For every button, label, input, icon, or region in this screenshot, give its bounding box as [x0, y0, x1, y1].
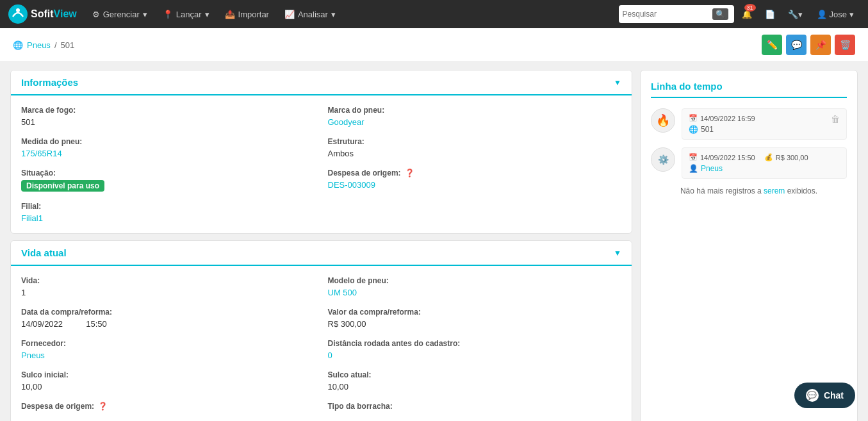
timeline-serem-link[interactable]: serem [764, 186, 785, 195]
timeline-ref-1: 🌐 501 [689, 125, 755, 134]
svg-point-1 [16, 8, 20, 12]
nav-analisar[interactable]: 📈 Analisar ▾ [278, 0, 342, 28]
field-vida: Vida: 1 [21, 276, 315, 297]
field-data-compra-label: Data da compra/reforma: [21, 308, 315, 317]
field-fornecedor-value[interactable]: Pneus [21, 351, 315, 360]
vida-atual-title: Vida atual [21, 247, 67, 258]
informacoes-header: Informações ▼ [11, 70, 632, 95]
nav-importar[interactable]: 📤 Importar [218, 0, 275, 28]
nav-gerenciar[interactable]: ⚙ Gerenciar ▾ [86, 0, 154, 28]
field-vida-label: Vida: [21, 276, 315, 285]
field-medida-pneu-value[interactable]: 175/65R14 [21, 149, 315, 158]
informacoes-card: Informações ▼ Marca de fogo: 501 Marca d… [10, 70, 632, 234]
field-data-compra-value: 14/09/2022 15:50 [21, 319, 315, 329]
timeline-value-2: R$ 300,00 [776, 154, 808, 161]
field-marca-pneu-value[interactable]: Goodyear [328, 117, 622, 127]
upload-icon: 📤 [225, 10, 235, 19]
user-label: Jose [830, 10, 847, 19]
brand-view-text: View [54, 8, 77, 20]
field-modelo-pneu-value[interactable]: UM 500 [328, 288, 622, 297]
navbar: Sofit View ⚙ Gerenciar ▾ 📍 Lançar ▾ 📤 Im… [0, 0, 868, 28]
chat-button[interactable]: 💬 Chat [794, 383, 855, 408]
field-tipo-borracha-label: Tipo da borracha: [328, 402, 622, 411]
field-vida-value: 1 [21, 288, 315, 297]
location-icon: 📍 [163, 10, 173, 19]
field-filial-label: Filial: [21, 202, 315, 211]
chat-action-button[interactable]: 💬 [786, 35, 807, 55]
field-medida-pneu-label: Medida do pneu: [21, 137, 315, 146]
timeline-ref-text-1: 501 [701, 125, 714, 134]
chevron-down-icon: ▾ [143, 10, 147, 19]
timeline-title: Linha do tempo [651, 81, 847, 98]
field-data-compra-date: 14/09/2022 [21, 319, 63, 329]
chevron-down-icon: ▾ [849, 10, 854, 19]
timeline-no-more-prefix: Não há mais registros a [680, 186, 764, 195]
field-sulco-atual: Sulco atual: 10,00 [328, 370, 622, 392]
timeline-info-1: 📅 14/09/2022 16:59 🌐 501 [689, 114, 755, 134]
informacoes-fields: Marca de fogo: 501 Marca do pneu: Goodye… [21, 106, 621, 223]
informacoes-collapse-icon[interactable]: ▼ [614, 78, 621, 87]
vida-atual-fields: Vida: 1 Modelo de pneu: UM 500 Data da c… [21, 276, 621, 413]
field-valor-compra: Valor da compra/reforma: R$ 300,00 [328, 308, 622, 329]
document-button[interactable]: 📄 [760, 0, 780, 28]
search-button[interactable]: 🔍 [712, 8, 728, 20]
field-despesa-origem: Despesa de origem: ❓ DES-003009 [328, 169, 622, 192]
money-icon: 💰 [764, 153, 773, 161]
field-situacao-value: Disponível para uso [21, 180, 315, 192]
user-menu[interactable]: 👤 Jose ▾ [810, 0, 860, 28]
notification-button[interactable]: 🔔 31 [737, 0, 757, 28]
field-sulco-atual-label: Sulco atual: [328, 370, 622, 379]
brand-logo-area[interactable]: Sofit View [8, 4, 77, 24]
breadcrumb-current: 501 [61, 40, 75, 50]
main-content: Informações ▼ Marca de fogo: 501 Marca d… [0, 62, 868, 421]
timeline-no-more-suffix: exibidos. [785, 186, 817, 195]
pin-button[interactable]: 📌 [810, 35, 831, 55]
timeline-ref-text-2: Pneus [701, 164, 723, 173]
field-sulco-inicial: Sulco inicial: 10,00 [21, 370, 315, 392]
field-distancia: Distância rodada antes do cadastro: 0 [328, 339, 622, 360]
timeline-panel: Linha do tempo 🔥 📅 14/09/2022 16:59 🌐 50… [640, 70, 858, 421]
field-vida-despesa-label: Despesa de origem: ❓ [21, 402, 315, 411]
gear-icon: ⚙ [92, 10, 100, 19]
brand-sofit-text: Sofit [31, 8, 54, 20]
person-icon: 👤 [689, 164, 698, 173]
field-medida-pneu: Medida do pneu: 175/65R14 [21, 137, 315, 158]
vida-atual-header: Vida atual ▼ [11, 241, 632, 266]
breadcrumb: 🌐 Pneus / 501 [13, 40, 74, 50]
edit-button[interactable]: ✏️ [762, 35, 782, 55]
field-filial-value[interactable]: Filial1 [21, 213, 315, 223]
field-despesa-origem-label: Despesa de origem: ❓ [328, 169, 622, 177]
delete-button[interactable]: 🗑️ [835, 35, 855, 55]
vida-atual-body: Vida: 1 Modelo de pneu: UM 500 Data da c… [11, 266, 632, 421]
calendar-icon-2: 📅 [689, 153, 698, 161]
breadcrumb-parent-link[interactable]: Pneus [27, 40, 51, 50]
search-input[interactable] [623, 10, 712, 19]
field-valor-compra-label: Valor da compra/reforma: [328, 308, 622, 317]
field-distancia-value[interactable]: 0 [328, 351, 622, 360]
timeline-date-text-1: 14/09/2022 16:59 [700, 115, 755, 122]
timeline-row-2: 📅 14/09/2022 15:50 💰 R$ 300,00 👤 Pneus [689, 153, 840, 173]
timeline-icon-tire: ⚙️ [651, 147, 675, 172]
field-fornecedor-label: Fornecedor: [21, 339, 315, 348]
help-icon-2: ❓ [98, 402, 108, 411]
field-sulco-inicial-label: Sulco inicial: [21, 370, 315, 379]
field-despesa-origem-value[interactable]: DES-003009 [328, 180, 622, 190]
field-modelo-pneu: Modelo de pneu: UM 500 [328, 276, 622, 297]
timeline-date-2: 📅 14/09/2022 15:50 💰 R$ 300,00 [689, 153, 808, 161]
timeline-delete-btn-1[interactable]: 🗑 [831, 114, 840, 124]
field-marca-pneu-label: Marca do pneu: [328, 106, 622, 115]
timeline-ref-2[interactable]: 👤 Pneus [689, 164, 808, 173]
timeline-date-text-2: 14/09/2022 15:50 [700, 154, 755, 161]
chat-bubble-icon: 💬 [806, 389, 819, 402]
field-sulco-atual-value: 10,00 [328, 382, 622, 392]
field-marca-fogo: Marca de fogo: 501 [21, 106, 315, 127]
field-filial: Filial: Filial1 [21, 202, 315, 223]
field-fornecedor: Fornecedor: Pneus [21, 339, 315, 360]
timeline-info-2: 📅 14/09/2022 15:50 💰 R$ 300,00 👤 Pneus [689, 153, 808, 173]
nav-lancar[interactable]: 📍 Lançar ▾ [156, 0, 216, 28]
vida-atual-collapse-icon[interactable]: ▼ [614, 249, 621, 258]
field-tipo-borracha: Tipo da borracha: [328, 402, 622, 413]
chart-icon: 📈 [284, 10, 295, 19]
field-estrutura-value: Ambos [328, 149, 622, 158]
settings-button[interactable]: 🔧 ▾ [783, 0, 808, 28]
